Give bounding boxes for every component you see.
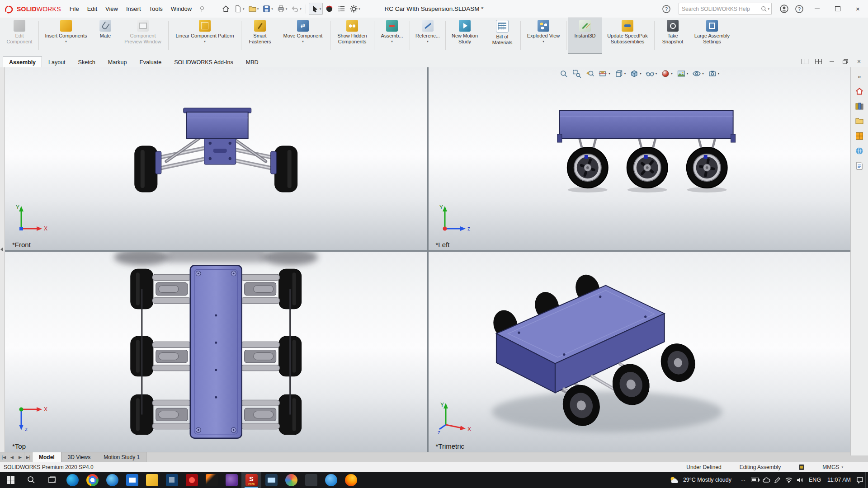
ribbon-button-insert-components[interactable]: Insert Components ▾ bbox=[40, 18, 92, 54]
properties-list-button[interactable] bbox=[336, 3, 347, 14]
taskbar-app-dark[interactable] bbox=[301, 472, 321, 488]
home-button[interactable] bbox=[220, 3, 231, 14]
appearances-scenes-icon[interactable] bbox=[854, 145, 865, 156]
onedrive-cloud-icon[interactable] bbox=[760, 472, 772, 488]
select-tool-button[interactable]: ▾ bbox=[309, 3, 323, 15]
ribbon-button-exploded-view[interactable]: Exploded View ▾ bbox=[522, 18, 565, 54]
ribbon-button-bill-of-materials[interactable]: Bill of Materials bbox=[486, 18, 519, 54]
ribbon-button-reference-geometry[interactable]: Referenc... ▾ bbox=[411, 18, 444, 54]
menu-window[interactable]: Window bbox=[167, 0, 196, 18]
view-palette-icon[interactable] bbox=[854, 131, 865, 141]
viewport-front[interactable]: Y X *Front bbox=[5, 67, 427, 250]
taskbar-app-visual-studio[interactable] bbox=[222, 472, 241, 488]
ribbon-button-large-assembly-settings[interactable]: Large Assembly Settings bbox=[689, 18, 735, 54]
help-circle-icon[interactable]: ? bbox=[660, 3, 672, 15]
ribbon-button-take-snapshot[interactable]: Take Snapshot bbox=[656, 18, 689, 54]
doc-minimize-button[interactable] bbox=[828, 58, 835, 65]
ribbon-button-instant3d[interactable]: Instant3D bbox=[568, 18, 602, 54]
ribbon-button-mate[interactable]: Mate bbox=[92, 18, 119, 54]
edit-appearance-icon[interactable]: ▾ bbox=[660, 69, 673, 79]
viewport-top[interactable]: X z *Top bbox=[5, 252, 427, 452]
task-view-button[interactable] bbox=[42, 472, 62, 488]
weather-widget[interactable]: 29°C Mostly cloudy bbox=[663, 472, 738, 488]
tab-solidworks-add-ins[interactable]: SOLIDWORKS Add-Ins bbox=[168, 56, 240, 68]
taskbar-app-browser[interactable] bbox=[102, 472, 122, 488]
save-button[interactable]: ▾ bbox=[261, 3, 274, 14]
taskbar-app-solidworks[interactable] bbox=[241, 472, 261, 488]
action-center-icon[interactable] bbox=[854, 472, 865, 488]
tab-3d-views[interactable]: 3D Views bbox=[61, 452, 97, 462]
minimize-button[interactable] bbox=[807, 0, 827, 18]
section-view-icon[interactable]: ▾ bbox=[598, 69, 611, 79]
task-pane-expand-icon[interactable]: « bbox=[854, 71, 865, 82]
taskbar-app-acrobat[interactable] bbox=[182, 472, 202, 488]
search-input[interactable] bbox=[681, 5, 761, 13]
taskbar-app-monitor[interactable] bbox=[261, 472, 281, 488]
file-explorer-icon[interactable] bbox=[854, 116, 865, 127]
taskbar-app-intellij[interactable] bbox=[202, 472, 222, 488]
search-icon[interactable] bbox=[761, 6, 767, 12]
zoom-to-fit-icon[interactable] bbox=[559, 69, 569, 79]
print-button[interactable]: ▾ bbox=[275, 3, 289, 14]
battery-icon[interactable] bbox=[749, 472, 760, 488]
last-tab-button[interactable]: ▶| bbox=[24, 452, 33, 462]
apply-scene-icon[interactable]: ▾ bbox=[676, 69, 689, 79]
design-library-icon[interactable] bbox=[854, 101, 865, 112]
show-desktop-button[interactable] bbox=[865, 472, 868, 488]
pin-menubar-icon[interactable] bbox=[198, 6, 205, 12]
menu-edit[interactable]: Edit bbox=[83, 0, 101, 18]
view-settings-icon[interactable]: ▾ bbox=[692, 69, 704, 79]
taskbar-app-photos[interactable] bbox=[162, 472, 182, 488]
tab-evaluate[interactable]: Evaluate bbox=[133, 56, 168, 68]
account-icon[interactable] bbox=[778, 3, 790, 15]
previous-view-icon[interactable] bbox=[585, 69, 595, 79]
options-button[interactable]: ▾ bbox=[348, 3, 362, 14]
ribbon-button-show-hidden-components[interactable]: Show Hidden Components bbox=[332, 18, 373, 54]
clock[interactable]: 11:07 AM bbox=[824, 472, 854, 488]
tab-markup[interactable]: Markup bbox=[102, 56, 133, 68]
viewport-left[interactable]: ▾ ▾ ▾ ▾ ▾ ▾ ▾ ▾ bbox=[429, 67, 851, 250]
menu-insert[interactable]: Insert bbox=[122, 0, 145, 18]
hide-show-items-icon[interactable]: ▾ bbox=[645, 69, 658, 79]
viewport-trimetric[interactable]: Y X z *Trimetric bbox=[429, 252, 851, 452]
taskbar-app-file-explorer[interactable] bbox=[142, 472, 162, 488]
taskbar-app-chrome[interactable] bbox=[82, 472, 102, 488]
start-button[interactable] bbox=[0, 472, 21, 488]
feature-manager-collapsed[interactable] bbox=[0, 67, 5, 452]
close-button[interactable]: × bbox=[848, 0, 868, 18]
taskbar-app-blue[interactable] bbox=[321, 472, 341, 488]
new-document-button[interactable]: ▾ bbox=[232, 3, 246, 14]
chevron-down-icon[interactable]: ▾ bbox=[768, 7, 769, 11]
menu-view[interactable]: View bbox=[101, 0, 122, 18]
previous-tab-button[interactable]: ◀ bbox=[8, 452, 16, 462]
tab-sketch[interactable]: Sketch bbox=[72, 56, 102, 68]
taskbar-app-edge[interactable] bbox=[62, 472, 82, 488]
volume-icon[interactable] bbox=[794, 472, 806, 488]
unit-system-selector[interactable]: MMGS ▾ bbox=[822, 464, 843, 470]
next-tab-button[interactable]: ▶ bbox=[16, 452, 24, 462]
taskbar-app-mail[interactable] bbox=[122, 472, 142, 488]
menu-file[interactable]: File bbox=[66, 0, 83, 18]
viewport-four-icon[interactable] bbox=[815, 58, 822, 65]
ribbon-button-assembly-features[interactable]: Assemb... ▾ bbox=[376, 18, 408, 54]
ribbon-button-new-motion-study[interactable]: New Motion Study bbox=[447, 18, 482, 54]
tab-mbd[interactable]: MBD bbox=[240, 56, 265, 68]
solidworks-resources-icon[interactable] bbox=[854, 86, 865, 97]
viewport-layout-icon[interactable] bbox=[801, 58, 808, 65]
taskbar-app-firefox[interactable] bbox=[341, 472, 361, 488]
pen-icon[interactable] bbox=[772, 472, 783, 488]
ribbon-button-linear-component-pattern[interactable]: Linear Component Pattern ▾ bbox=[170, 18, 240, 54]
tab-model[interactable]: Model bbox=[33, 452, 61, 462]
collapse-arrow-icon[interactable] bbox=[0, 247, 3, 252]
custom-properties-icon[interactable] bbox=[854, 160, 865, 171]
first-tab-button[interactable]: |◀ bbox=[0, 452, 8, 462]
display-style-icon[interactable]: ▾ bbox=[629, 69, 642, 79]
open-button[interactable]: ▾ bbox=[247, 3, 260, 14]
maximize-button[interactable] bbox=[827, 0, 848, 18]
taskbar-search-button[interactable] bbox=[21, 472, 42, 488]
tab-assembly[interactable]: Assembly bbox=[3, 56, 42, 68]
hidden-icons-chevron[interactable]: ︿ bbox=[738, 472, 749, 488]
language-indicator[interactable]: ENG bbox=[806, 472, 824, 488]
network-icon[interactable] bbox=[783, 472, 794, 488]
3d-mouse-button[interactable] bbox=[324, 3, 335, 14]
